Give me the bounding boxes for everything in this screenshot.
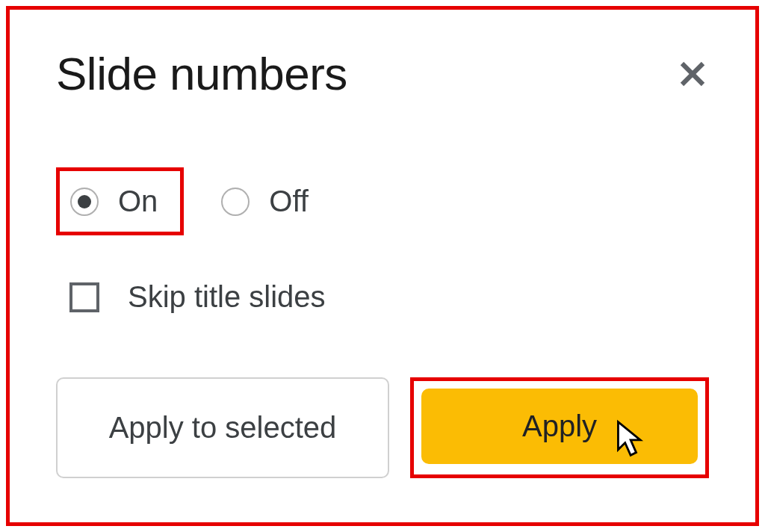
highlight-on-option: On xyxy=(56,167,184,235)
radio-option-on[interactable]: On xyxy=(70,185,158,218)
radio-icon xyxy=(70,188,99,216)
highlight-apply-button: Apply xyxy=(410,377,709,478)
dialog-header: Slide numbers xyxy=(56,47,709,100)
radio-icon xyxy=(221,188,250,216)
dialog-container: Slide numbers On Off Skip title slides xyxy=(6,6,759,526)
close-button[interactable] xyxy=(676,58,709,90)
cursor-icon xyxy=(615,419,649,458)
apply-label: Apply xyxy=(522,409,597,443)
radio-group-slide-numbers: On Off xyxy=(56,167,709,235)
apply-to-selected-label: Apply to selected xyxy=(109,411,337,445)
radio-label-on: On xyxy=(118,185,158,218)
apply-to-selected-button[interactable]: Apply to selected xyxy=(56,377,389,478)
checkbox-label-skip-title: Skip title slides xyxy=(128,280,326,314)
dialog-title: Slide numbers xyxy=(56,47,347,100)
close-icon xyxy=(677,58,708,90)
checkbox-row-skip-title: Skip title slides xyxy=(69,280,709,314)
checkbox-skip-title[interactable] xyxy=(69,282,99,312)
radio-label-off: Off xyxy=(269,185,309,218)
apply-button[interactable]: Apply xyxy=(421,389,698,464)
radio-option-off[interactable]: Off xyxy=(221,185,309,218)
button-row: Apply to selected Apply xyxy=(56,377,709,478)
